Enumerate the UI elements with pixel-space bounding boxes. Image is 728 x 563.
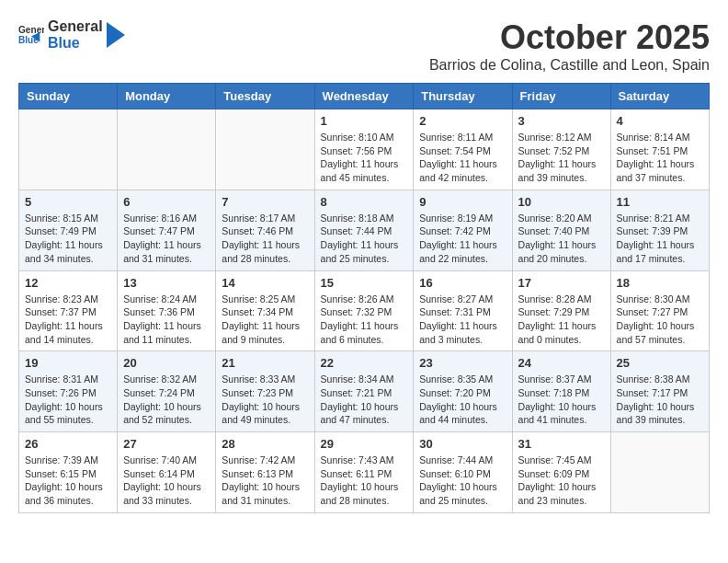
calendar-day-cell: 9Sunrise: 8:19 AM Sunset: 7:42 PM Daylig…: [414, 190, 512, 270]
day-info: Sunrise: 7:45 AM Sunset: 6:09 PM Dayligh…: [518, 454, 605, 508]
day-number: 22: [321, 356, 408, 370]
calendar-day-cell: 28Sunrise: 7:42 AM Sunset: 6:13 PM Dayli…: [216, 432, 314, 513]
day-info: Sunrise: 8:27 AM Sunset: 7:31 PM Dayligh…: [419, 293, 506, 347]
day-info: Sunrise: 8:12 AM Sunset: 7:52 PM Dayligh…: [518, 131, 605, 185]
day-info: Sunrise: 8:38 AM Sunset: 7:17 PM Dayligh…: [617, 373, 703, 427]
day-number: 9: [419, 195, 506, 209]
logo-arrow-icon: [107, 22, 125, 48]
calendar-day-cell: 19Sunrise: 8:31 AM Sunset: 7:26 PM Dayli…: [19, 351, 118, 432]
calendar-day-cell: 17Sunrise: 8:28 AM Sunset: 7:29 PM Dayli…: [512, 270, 610, 351]
page-header: General Blue General Blue October 2025 B…: [18, 18, 710, 74]
calendar-day-cell: 27Sunrise: 7:40 AM Sunset: 6:14 PM Dayli…: [118, 432, 216, 513]
location-title: Barrios de Colina, Castille and Leon, Sp…: [429, 57, 710, 74]
day-info: Sunrise: 8:37 AM Sunset: 7:18 PM Dayligh…: [518, 373, 605, 427]
logo-blue: Blue: [48, 35, 103, 52]
calendar-empty-cell: [610, 432, 709, 513]
day-number: 11: [617, 195, 703, 209]
day-number: 10: [518, 195, 605, 209]
day-number: 8: [321, 195, 408, 209]
day-info: Sunrise: 8:31 AM Sunset: 7:26 PM Dayligh…: [25, 373, 111, 427]
calendar-day-cell: 31Sunrise: 7:45 AM Sunset: 6:09 PM Dayli…: [512, 432, 610, 513]
day-info: Sunrise: 8:18 AM Sunset: 7:44 PM Dayligh…: [321, 212, 408, 266]
day-number: 1: [321, 114, 408, 128]
day-number: 7: [222, 195, 308, 209]
day-info: Sunrise: 8:14 AM Sunset: 7:51 PM Dayligh…: [617, 131, 703, 185]
day-number: 31: [518, 437, 605, 451]
day-number: 30: [419, 437, 506, 451]
day-info: Sunrise: 8:35 AM Sunset: 7:20 PM Dayligh…: [419, 373, 506, 427]
day-info: Sunrise: 8:15 AM Sunset: 7:49 PM Dayligh…: [25, 212, 111, 266]
day-info: Sunrise: 7:44 AM Sunset: 6:10 PM Dayligh…: [419, 454, 506, 508]
day-info: Sunrise: 8:16 AM Sunset: 7:47 PM Dayligh…: [123, 212, 210, 266]
day-info: Sunrise: 8:24 AM Sunset: 7:36 PM Dayligh…: [123, 293, 210, 347]
day-number: 28: [222, 437, 308, 451]
calendar-week-row: 19Sunrise: 8:31 AM Sunset: 7:26 PM Dayli…: [19, 351, 710, 432]
day-number: 4: [617, 114, 703, 128]
calendar-empty-cell: [19, 109, 118, 190]
day-number: 29: [321, 437, 408, 451]
calendar-week-row: 26Sunrise: 7:39 AM Sunset: 6:15 PM Dayli…: [19, 432, 710, 513]
day-info: Sunrise: 7:43 AM Sunset: 6:11 PM Dayligh…: [321, 454, 408, 508]
calendar-day-cell: 23Sunrise: 8:35 AM Sunset: 7:20 PM Dayli…: [414, 351, 512, 432]
day-number: 16: [419, 276, 506, 290]
day-info: Sunrise: 8:26 AM Sunset: 7:32 PM Dayligh…: [321, 293, 408, 347]
calendar-day-cell: 4Sunrise: 8:14 AM Sunset: 7:51 PM Daylig…: [610, 109, 709, 190]
day-info: Sunrise: 8:33 AM Sunset: 7:23 PM Dayligh…: [222, 373, 308, 427]
calendar-week-row: 5Sunrise: 8:15 AM Sunset: 7:49 PM Daylig…: [19, 190, 710, 270]
header-monday: Monday: [118, 84, 216, 109]
day-info: Sunrise: 8:19 AM Sunset: 7:42 PM Dayligh…: [419, 212, 506, 266]
day-number: 13: [123, 276, 210, 290]
calendar-day-cell: 18Sunrise: 8:30 AM Sunset: 7:27 PM Dayli…: [610, 270, 709, 351]
calendar-day-cell: 7Sunrise: 8:17 AM Sunset: 7:46 PM Daylig…: [216, 190, 314, 270]
day-number: 5: [25, 195, 111, 209]
calendar-day-cell: 13Sunrise: 8:24 AM Sunset: 7:36 PM Dayli…: [118, 270, 216, 351]
calendar-day-cell: 16Sunrise: 8:27 AM Sunset: 7:31 PM Dayli…: [414, 270, 512, 351]
calendar-day-cell: 21Sunrise: 8:33 AM Sunset: 7:23 PM Dayli…: [216, 351, 314, 432]
calendar-day-cell: 1Sunrise: 8:10 AM Sunset: 7:56 PM Daylig…: [314, 109, 414, 190]
day-number: 3: [518, 114, 605, 128]
calendar-day-cell: 8Sunrise: 8:18 AM Sunset: 7:44 PM Daylig…: [314, 190, 414, 270]
day-number: 12: [25, 276, 111, 290]
calendar-day-cell: 29Sunrise: 7:43 AM Sunset: 6:11 PM Dayli…: [314, 432, 414, 513]
svg-text:Blue: Blue: [18, 35, 39, 45]
calendar-day-cell: 24Sunrise: 8:37 AM Sunset: 7:18 PM Dayli…: [512, 351, 610, 432]
day-info: Sunrise: 8:30 AM Sunset: 7:27 PM Dayligh…: [617, 293, 703, 347]
day-info: Sunrise: 8:20 AM Sunset: 7:40 PM Dayligh…: [518, 212, 605, 266]
calendar-day-cell: 14Sunrise: 8:25 AM Sunset: 7:34 PM Dayli…: [216, 270, 314, 351]
logo-icon: General Blue: [18, 22, 44, 48]
day-info: Sunrise: 8:23 AM Sunset: 7:37 PM Dayligh…: [25, 293, 111, 347]
header-thursday: Thursday: [414, 84, 512, 109]
calendar-week-row: 1Sunrise: 8:10 AM Sunset: 7:56 PM Daylig…: [19, 109, 710, 190]
header-wednesday: Wednesday: [314, 84, 414, 109]
month-title: October 2025: [429, 18, 710, 57]
day-number: 24: [518, 356, 605, 370]
calendar-day-cell: 2Sunrise: 8:11 AM Sunset: 7:54 PM Daylig…: [414, 109, 512, 190]
calendar-day-cell: 11Sunrise: 8:21 AM Sunset: 7:39 PM Dayli…: [610, 190, 709, 270]
calendar-header-row: SundayMondayTuesdayWednesdayThursdayFrid…: [19, 84, 710, 109]
day-number: 19: [25, 356, 111, 370]
day-number: 15: [321, 276, 408, 290]
day-info: Sunrise: 7:40 AM Sunset: 6:14 PM Dayligh…: [123, 454, 210, 508]
day-info: Sunrise: 8:32 AM Sunset: 7:24 PM Dayligh…: [123, 373, 210, 427]
calendar-day-cell: 6Sunrise: 8:16 AM Sunset: 7:47 PM Daylig…: [118, 190, 216, 270]
day-info: Sunrise: 8:21 AM Sunset: 7:39 PM Dayligh…: [617, 212, 703, 266]
calendar-day-cell: 10Sunrise: 8:20 AM Sunset: 7:40 PM Dayli…: [512, 190, 610, 270]
logo-general: General: [48, 18, 103, 35]
day-info: Sunrise: 8:17 AM Sunset: 7:46 PM Dayligh…: [222, 212, 308, 266]
header-saturday: Saturday: [610, 84, 709, 109]
day-number: 6: [123, 195, 210, 209]
day-info: Sunrise: 8:10 AM Sunset: 7:56 PM Dayligh…: [321, 131, 408, 185]
svg-marker-3: [107, 22, 125, 48]
calendar-day-cell: 26Sunrise: 7:39 AM Sunset: 6:15 PM Dayli…: [19, 432, 118, 513]
day-info: Sunrise: 7:39 AM Sunset: 6:15 PM Dayligh…: [25, 454, 111, 508]
day-number: 23: [419, 356, 506, 370]
day-number: 2: [419, 114, 506, 128]
calendar-day-cell: 25Sunrise: 8:38 AM Sunset: 7:17 PM Dayli…: [610, 351, 709, 432]
header-friday: Friday: [512, 84, 610, 109]
header-sunday: Sunday: [19, 84, 118, 109]
header-tuesday: Tuesday: [216, 84, 314, 109]
calendar-week-row: 12Sunrise: 8:23 AM Sunset: 7:37 PM Dayli…: [19, 270, 710, 351]
logo: General Blue General Blue: [18, 18, 125, 51]
day-info: Sunrise: 8:25 AM Sunset: 7:34 PM Dayligh…: [222, 293, 308, 347]
calendar-empty-cell: [118, 109, 216, 190]
